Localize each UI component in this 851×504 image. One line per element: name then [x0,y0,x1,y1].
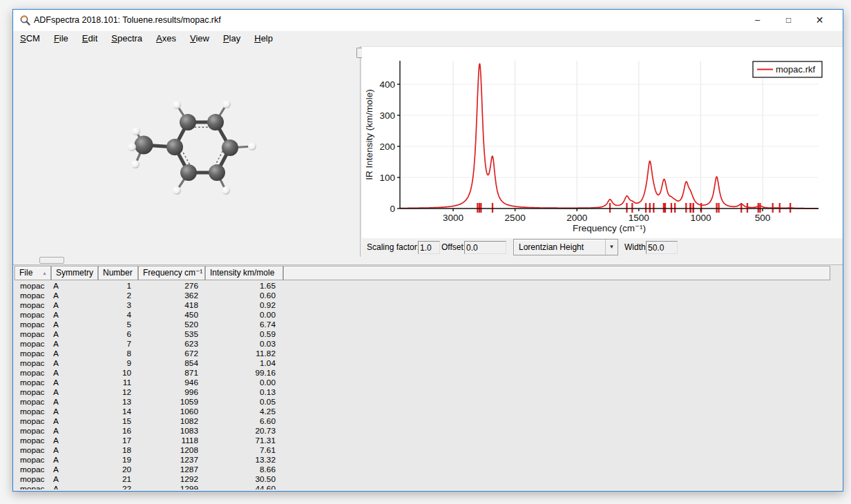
cell-number: 1 [97,281,131,291]
cell-intensity: 0.03 [204,339,276,349]
cell-frequency: 1082 [137,416,198,426]
cell-intensity: 30.50 [204,474,276,484]
title-bar[interactable]: ADFspectra 2018.101: Toluene.results/mop… [13,10,843,31]
table-row[interactable]: mopacA19123713.32 [13,455,830,465]
lineshape-select[interactable]: Lorentzian Height ▼ [513,239,618,255]
y-axis-label: IR Intensity (km/mole) [364,89,374,180]
cell-intensity: 0.05 [204,397,276,407]
cell-symmetry: A [53,426,95,436]
menu-item-edit[interactable]: Edit [75,31,104,46]
chevron-down-icon[interactable]: ▼ [605,240,618,255]
column-header-number[interactable]: Number [98,266,138,280]
table-row[interactable]: mopacA2012878.66 [13,465,830,474]
cell-frequency: 362 [137,291,198,300]
table-row[interactable]: mopacA129960.13 [13,387,830,397]
cell-frequency: 276 [137,281,198,291]
cell-intensity: 71.31 [204,436,276,445]
atom-h [248,142,256,151]
table-row[interactable]: mopacA22129944.60 [13,484,830,490]
table-row[interactable]: mopacA1812087.61 [13,445,830,455]
cell-frequency: 1059 [137,397,198,407]
menu-item-spectra[interactable]: Spectra [104,31,149,46]
width-input[interactable] [646,241,678,254]
maximize-button[interactable]: □ [773,10,804,30]
table-row[interactable]: mopacA119460.00 [13,378,830,387]
table-row[interactable]: mopacA44500.00 [13,310,830,320]
table-row[interactable]: mopacA1310590.05 [13,397,830,407]
horizontal-splitter-handle[interactable] [39,257,64,264]
menu-item-view[interactable]: View [183,31,216,46]
menu-item-file[interactable]: File [47,31,75,46]
table-row[interactable]: mopacA34180.92 [13,300,830,310]
cell-frequency: 1299 [137,484,198,490]
cell-symmetry: A [53,387,95,397]
cell-intensity: 6.74 [204,320,276,329]
table-row[interactable]: mopacA867211.82 [13,349,830,358]
column-header-symmetry[interactable]: Symmetry [51,266,98,280]
table-row[interactable]: mopacA65350.59 [13,329,830,339]
table-row[interactable]: mopacA12761.65 [13,281,830,291]
atom-h [131,160,140,168]
table-row[interactable]: mopacA55206.74 [13,320,830,329]
cell-frequency: 418 [137,300,198,310]
x-tick-label: 500 [755,213,771,223]
table-row[interactable]: mopacA1410604.25 [13,407,830,416]
molecule-3d-view[interactable] [124,95,269,200]
spectrum-plot[interactable]: 300025002000150010005000100200300400Freq… [362,47,843,238]
legend-label: mopac.rkf [776,64,815,75]
table-row[interactable]: mopacA17111871.31 [13,436,830,445]
vertical-splitter[interactable] [360,46,361,257]
cell-symmetry: A [53,445,95,455]
cell-number: 18 [97,445,131,455]
cell-number: 22 [97,484,131,490]
cell-frequency: 1237 [137,455,198,465]
table-row[interactable]: mopacA1510826.60 [13,416,830,426]
cell-file: mopac [20,416,50,426]
menu-item-axes[interactable]: Axes [149,31,183,46]
cell-number: 6 [97,329,131,339]
y-tick-label: 100 [379,173,395,183]
cell-symmetry: A [53,397,95,407]
cell-file: mopac [20,329,50,339]
cell-frequency: 535 [137,329,198,339]
table-row[interactable]: mopacA16108320.73 [13,426,830,436]
cell-intensity: 0.60 [204,291,276,300]
cell-frequency: 520 [137,320,198,329]
menu-item-help[interactable]: Help [247,31,280,46]
cell-number: 13 [97,397,131,407]
column-header-frequency[interactable]: Frequency cm⁻¹ [138,266,205,280]
table-row[interactable]: mopacA1087199.16 [13,368,830,378]
cell-number: 16 [97,426,131,436]
scaling-factor-input[interactable] [418,241,440,254]
menu-item-scm[interactable]: SCM [13,31,47,46]
lineshape-selected-value: Lorentzian Height [519,240,584,255]
cell-frequency: 672 [137,349,198,358]
atom-h [132,127,140,135]
minimize-button[interactable]: – [742,10,773,30]
cell-symmetry: A [53,407,95,416]
cell-intensity: 6.60 [204,416,276,426]
cell-symmetry: A [53,358,95,368]
cell-number: 2 [97,291,131,300]
table-row[interactable]: mopacA98541.04 [13,358,830,368]
table-row[interactable]: mopacA23620.60 [13,291,830,300]
table-body: mopacA12761.65mopacA23620.60mopacA34180.… [13,281,830,490]
table-row[interactable]: mopacA21129230.50 [13,474,830,484]
cell-intensity: 7.61 [204,445,276,455]
menu-bar: SCMFileEditSpectraAxesViewPlayHelp [13,31,843,46]
cell-symmetry: A [53,465,95,474]
cell-file: mopac [20,397,50,407]
molecule-viewport[interactable]: mode A_1 Frequency: 276 1/cm, IR intensi… [13,46,360,257]
cell-number: 5 [97,320,131,329]
x-tick-label: 2500 [505,213,526,223]
column-header-intensity[interactable]: Intensity km/mole [205,266,283,280]
offset-input[interactable] [464,241,506,254]
cell-file: mopac [20,426,50,436]
menu-item-play[interactable]: Play [216,31,247,46]
close-button[interactable]: ✕ [804,10,835,30]
column-header-file[interactable]: File▲ [15,266,51,280]
cell-intensity: 1.04 [204,358,276,368]
cell-number: 10 [97,368,131,378]
x-tick-label: 2000 [566,213,587,223]
table-row[interactable]: mopacA76230.03 [13,339,830,349]
